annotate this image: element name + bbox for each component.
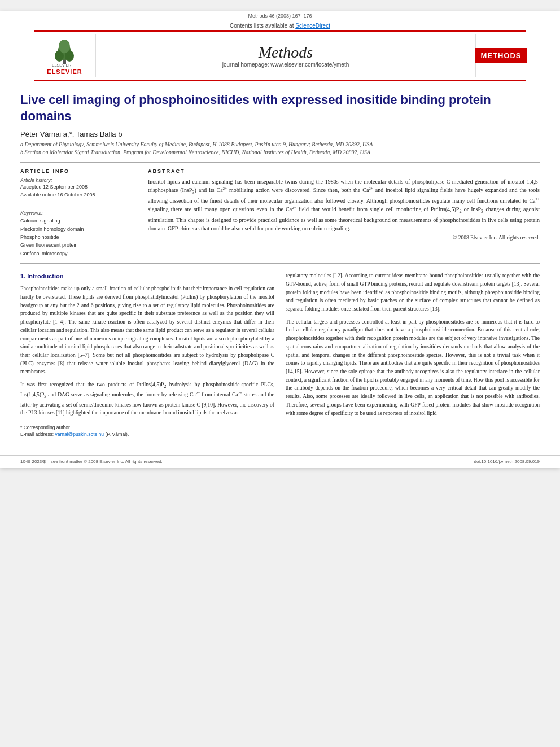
body-columns: 1. Introduction Phosphoinositides make u… xyxy=(20,272,540,438)
abstract-title: ABSTRACT xyxy=(148,168,540,174)
bottom-bar: 1046-2023/$ – see front matter © 2008 El… xyxy=(0,455,560,468)
elsevier-tree-icon: ELSEVIER xyxy=(49,36,80,67)
affiliations: a Department of Physiology, Semmelweis U… xyxy=(20,141,540,156)
abstract-text: Inositol lipids and calcium signaling ha… xyxy=(148,177,540,233)
right-para-2: The cellular targets and processes contr… xyxy=(286,318,540,418)
methods-logo-box: METHODS xyxy=(475,34,526,77)
footnote-divider xyxy=(20,422,54,422)
citation-line: Methods 46 (2008) 167–176 xyxy=(0,11,560,20)
accepted-date: Accepted 12 September 2008 xyxy=(20,184,126,190)
keyword-4: Green fluorescent protein xyxy=(20,241,126,249)
authors: Péter Várnai a,*, Tamas Balla b xyxy=(20,130,540,138)
cite-text: Methods 46 (2008) 167–176 xyxy=(248,13,312,19)
email-line: E-mail address: varnai@puskin.sote.hu (P… xyxy=(20,431,274,438)
article-title: Live cell imaging of phosphoinositides w… xyxy=(20,92,540,124)
issn-text: 1046-2023/$ – see front matter © 2008 El… xyxy=(20,459,163,464)
intro-para-2: It was first recognized that the two pro… xyxy=(20,381,274,417)
keyword-5: Confocal microscopy xyxy=(20,250,126,257)
journal-homepage: journal homepage: www.elsevier.com/locat… xyxy=(222,62,349,68)
footnote: * Corresponding author. E-mail address: … xyxy=(20,425,274,438)
journal-name: Methods xyxy=(259,43,313,62)
methods-badge: METHODS xyxy=(475,48,527,63)
doi-text: doi:10.1016/j.ymeth.2008.09.019 xyxy=(474,459,540,464)
svg-point-4 xyxy=(59,40,70,53)
keyword-3: Phosphoinositide xyxy=(20,233,126,241)
journal-header: ELSEVIER ELSEVIER Methods journal homepa… xyxy=(34,30,526,81)
intro-heading: 1. Introduction xyxy=(20,272,274,281)
elsevier-brand: ELSEVIER xyxy=(47,68,82,75)
available-date: Available online 16 October 2008 xyxy=(20,192,126,198)
abstract-section: ABSTRACT Inositol lipids and calcium sig… xyxy=(142,168,540,257)
article-content: Live cell imaging of phosphoinositides w… xyxy=(0,81,560,449)
keywords-label: Keywords: xyxy=(20,210,126,216)
homepage-text: journal homepage: www.elsevier.com/locat… xyxy=(222,62,349,68)
email-suffix: (P. Várnai). xyxy=(105,431,129,437)
elsevier-logo: ELSEVIER ELSEVIER xyxy=(34,34,96,77)
email-label: E-mail address: xyxy=(20,431,54,437)
copyright-text: © 2008 Elsevier Inc. All rights reserved… xyxy=(148,235,540,241)
article-info-title: ARTICLE INFO xyxy=(20,168,126,174)
corresponding-author: * Corresponding author. xyxy=(20,425,274,431)
keyword-2: Pleckstrin homology domain xyxy=(20,225,126,233)
keyword-1: Calcium signaling xyxy=(20,217,126,225)
left-column: 1. Introduction Phosphoinositides make u… xyxy=(20,272,274,438)
right-column: regulatory molecules [12]. According to … xyxy=(286,272,540,438)
article-info: ARTICLE INFO Article history: Accepted 1… xyxy=(20,168,133,257)
sciencedirect-link[interactable]: ScienceDirect xyxy=(295,23,330,29)
email-link[interactable]: varnai@puskin.sote.hu xyxy=(55,431,104,437)
intro-para-1: Phosphoinositides make up only a small f… xyxy=(20,285,274,376)
right-para-1: regulatory molecules [12]. According to … xyxy=(286,272,540,313)
affiliation-b: b Section on Molecular Signal Transducti… xyxy=(20,148,540,156)
journal-center: Methods journal homepage: www.elsevier.c… xyxy=(96,34,475,77)
contents-label: Contents lists available at xyxy=(230,23,294,29)
keywords-list: Calcium signaling Pleckstrin homology do… xyxy=(20,217,126,257)
affiliation-a: a Department of Physiology, Semmelweis U… xyxy=(20,141,540,148)
svg-text:ELSEVIER: ELSEVIER xyxy=(52,63,71,67)
history-label: Article history: xyxy=(20,177,126,183)
info-abstract-row: ARTICLE INFO Article history: Accepted 1… xyxy=(20,162,540,264)
